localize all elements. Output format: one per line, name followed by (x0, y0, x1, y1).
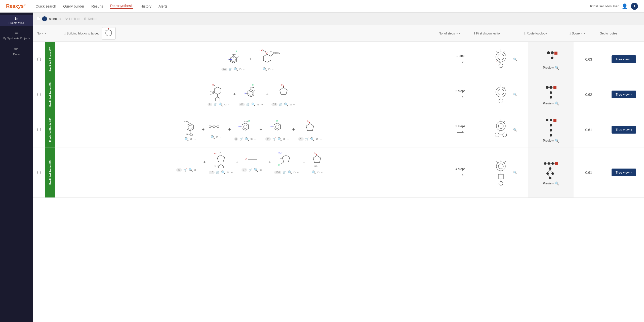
copy-icon[interactable]: ⧉ (283, 137, 285, 141)
copy-icon[interactable]: ⧉ (224, 103, 226, 106)
sort-steps-icon[interactable]: ▲▼ (456, 32, 461, 35)
more-icon[interactable]: ··· (254, 138, 256, 141)
more-icon[interactable]: ··· (261, 103, 263, 106)
limit-to-button[interactable]: ↻ Limit to (65, 17, 79, 21)
zoom-icon4[interactable]: 🔍 (513, 93, 517, 96)
row-39-checkbox[interactable] (37, 93, 41, 96)
more-icon[interactable]: ··· (230, 171, 233, 174)
nav-quick-search[interactable]: Quick search (35, 4, 56, 8)
tree-view-button-39[interactable]: Tree view › (612, 91, 636, 98)
cart-icon[interactable]: 🛒 (272, 137, 276, 141)
more-icon[interactable]: ··· (263, 168, 265, 171)
cart-icon[interactable]: 🛒 (216, 171, 220, 174)
sort-score-icon[interactable]: ▲▼ (581, 32, 586, 35)
sidebar-item-synthesis[interactable]: ≡ My Synthesis Projects (0, 27, 33, 43)
zoom-icon[interactable]: 🔍 (284, 102, 288, 106)
row-37-checkbox[interactable] (37, 58, 41, 61)
copy-icon2[interactable]: ⧉ (268, 68, 270, 71)
nav-results[interactable]: Results (91, 4, 103, 8)
info-building-blocks-icon[interactable]: ℹ (64, 32, 66, 35)
zoom-icon[interactable]: 🔍 (219, 102, 223, 106)
zoom-icon[interactable]: 🔍 (254, 168, 258, 172)
zoom-icon[interactable]: 🔍 (184, 137, 189, 141)
zoom-icon6[interactable]: 🔍 (513, 171, 517, 174)
zoom-icon5[interactable]: 🔍 (513, 128, 517, 132)
user-icon[interactable]: 👤 (622, 3, 628, 9)
table-row: Predicted Route #45 I 39 🛒 🔍 (33, 147, 644, 198)
more-icon[interactable]: ··· (220, 136, 222, 139)
tree-view-button-37[interactable]: Tree view › (612, 55, 636, 63)
svg-line-127 (281, 162, 284, 164)
copy-icon[interactable]: ⧉ (239, 68, 242, 71)
svg-line-52 (254, 90, 255, 91)
info-score-icon[interactable]: ℹ (570, 32, 571, 35)
zoom-icon[interactable]: 🔍 (277, 137, 282, 141)
copy-icon[interactable]: ⧉ (190, 137, 192, 141)
select-all-checkbox[interactable] (37, 17, 40, 20)
tree-view-button-40[interactable]: Tree view › (612, 126, 636, 134)
more-icon[interactable]: ··· (194, 138, 196, 141)
molecule-box: HO 37 🛒 🔍 ⧉ ··· (242, 153, 265, 172)
more-icon[interactable]: ··· (297, 171, 299, 174)
copy-icon[interactable]: ⧉ (294, 171, 296, 174)
zoom-icon[interactable]: 🔍 (221, 170, 225, 174)
zoom-icon[interactable]: 🔍 (310, 137, 314, 141)
svg-line-97 (503, 121, 505, 123)
zoom-icon[interactable]: 🔍 (234, 67, 238, 71)
zoom-icon2[interactable]: 🔍 (263, 67, 267, 71)
preview-link-39[interactable]: Preview 🔍 (543, 101, 559, 105)
copy-icon[interactable]: ⧉ (194, 168, 196, 172)
more-icon[interactable]: ··· (321, 171, 323, 174)
cart-icon[interactable]: 🛒 (279, 103, 283, 106)
notification-badge[interactable]: 1 (631, 3, 638, 10)
cart-icon[interactable]: 🛒 (246, 103, 250, 106)
svg-point-75 (188, 125, 192, 129)
row-40-checkbox[interactable] (37, 128, 41, 131)
copy-icon[interactable]: ⧉ (317, 171, 319, 174)
zoom-icon[interactable]: 🔍 (245, 137, 249, 141)
info-disconnection-icon[interactable]: ℹ (474, 32, 475, 35)
more-icon[interactable]: ··· (243, 68, 245, 71)
zoom-icon[interactable]: 🔍 (188, 168, 193, 172)
cart-icon[interactable]: 🛒 (229, 68, 232, 71)
cart-icon[interactable]: 🛒 (240, 137, 243, 141)
nav-alerts[interactable]: Alerts (158, 4, 168, 8)
copy-icon[interactable]: ⧉ (260, 168, 262, 172)
more-icon[interactable]: ··· (319, 138, 322, 141)
tree-view-button-45[interactable]: Tree view › (612, 169, 636, 176)
copy-icon[interactable]: ⧉ (290, 103, 292, 106)
preview-link-45[interactable]: Preview 🔍 (543, 181, 559, 185)
zoom-icon3[interactable]: 🔍 (513, 58, 517, 61)
plus-separator: + (248, 57, 253, 62)
more-icon[interactable]: ··· (198, 168, 200, 171)
cart-icon[interactable]: 🛒 (305, 137, 309, 141)
preview-link-40[interactable]: Preview 🔍 (543, 139, 559, 143)
zoom-icon[interactable]: 🔍 (251, 102, 256, 106)
cart-icon[interactable]: 🛒 (283, 171, 286, 174)
copy-icon[interactable]: ⧉ (316, 137, 318, 141)
copy-icon[interactable]: ⧉ (251, 137, 253, 141)
more-icon[interactable]: ··· (228, 103, 230, 106)
nav-retrosynthesis[interactable]: Retrosynthesis (110, 4, 134, 9)
preview-link-37[interactable]: Preview 🔍 (543, 66, 559, 70)
info-topology-icon[interactable]: ℹ (524, 32, 526, 35)
more-icon2[interactable]: ··· (272, 68, 274, 71)
sort-no-icon[interactable]: ▲▼ (42, 32, 47, 35)
copy-icon[interactable]: ⧉ (227, 171, 229, 174)
zoom-icon[interactable]: 🔍 (288, 170, 292, 174)
cart-icon[interactable]: 🛒 (214, 103, 217, 106)
nav-query-builder[interactable]: Query builder (63, 4, 84, 8)
row-45-checkbox[interactable] (37, 171, 41, 174)
zoom-icon[interactable]: 🔍 (211, 135, 215, 139)
more-icon[interactable]: ··· (293, 103, 296, 106)
svg-text:CH₃O: CH₃O (183, 120, 188, 123)
copy-icon[interactable]: ⧉ (216, 136, 218, 139)
more-icon[interactable]: ··· (287, 138, 289, 141)
copy-icon[interactable]: ⧉ (257, 103, 259, 106)
zoom-icon[interactable]: 🔍 (312, 170, 316, 174)
sidebar-item-draw[interactable]: ✏ Draw (11, 43, 22, 59)
cart-icon[interactable]: 🛒 (183, 168, 187, 172)
cart-icon[interactable]: 🛒 (249, 168, 252, 172)
nav-history[interactable]: History (140, 4, 151, 8)
delete-button[interactable]: 🗑 Delete (84, 17, 97, 21)
